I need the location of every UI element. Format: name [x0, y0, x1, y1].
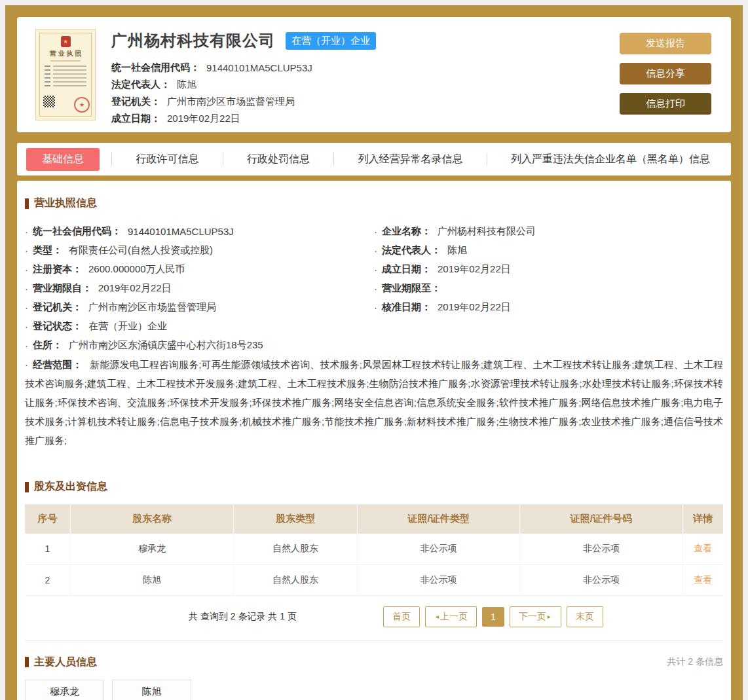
shareholders-section-title: 股东及出资信息	[25, 480, 723, 494]
first-page-button[interactable]: 首页	[383, 606, 420, 627]
key-people-count: 共计 2 条信息	[667, 656, 723, 668]
table-row: 2 陈旭 自然人股东 非公示项 非公示项 查看	[25, 564, 723, 595]
people-cards: 穆承龙 监事 陈旭 执行董事兼总...	[25, 680, 723, 700]
header-field-credit-code: 统一社会信用代码： 91440101MA5CLUP53J	[111, 59, 376, 76]
header-field-registry: 登记机关： 广州市南沙区市场监督管理局	[111, 93, 376, 110]
business-license-image: ★ 营 业 执 照 ★	[35, 29, 96, 120]
license-section-title: 营业执照信息	[25, 196, 723, 210]
next-page-button[interactable]: 下一页 ▸	[510, 606, 561, 627]
current-page-number: 1	[482, 607, 504, 627]
tab-administrative-license[interactable]: 行政许可信息	[124, 148, 211, 171]
last-page-button[interactable]: 末页	[567, 606, 603, 627]
field-address: ·住所：广州市南沙区东涌镇庆盛中心村六街18号235	[25, 336, 723, 355]
section-title-bar	[25, 657, 29, 667]
share-info-button[interactable]: 信息分享	[620, 63, 711, 84]
pagination-buttons: 首页 ◂ 上一页 1 下一页 ▸ 末页	[381, 606, 606, 627]
print-info-button[interactable]: 信息打印	[620, 93, 711, 115]
main-content-panel: 营业执照信息 ·统一社会信用代码：91440101MA5CLUP53J ·企业名…	[17, 181, 731, 700]
shareholders-section: 股东及出资信息 序号 股东名称 股东类型 证照/证件类型 证照/证件号码 详情	[25, 480, 723, 641]
field-term-to: ·营业期限至：	[374, 279, 723, 298]
red-seal-icon: ★	[74, 97, 90, 113]
header-field-founded-date: 成立日期： 2019年02月22日	[111, 110, 376, 127]
tab-divider	[333, 153, 334, 166]
license-subtitle-line	[50, 60, 81, 62]
send-report-button[interactable]: 发送报告	[620, 33, 711, 54]
prev-page-button[interactable]: ◂ 上一页	[425, 606, 477, 627]
shareholders-table: 序号 股东名称 股东类型 证照/证件类型 证照/证件号码 详情 1 穆承龙 自然…	[25, 504, 723, 596]
field-approval-date: ·核准日期：2019年02月22日	[374, 298, 723, 317]
next-arrow-icon: ▸	[548, 613, 551, 620]
license-title: 营 业 执 照	[50, 49, 81, 58]
business-license-inner: ★ 营 业 执 照 ★	[39, 33, 92, 117]
status-badge: 在营（开业）企业	[286, 32, 376, 50]
prev-arrow-icon: ◂	[436, 613, 439, 620]
section-divider	[25, 640, 723, 641]
field-registration-status: ·登记状态：在营（开业）企业	[25, 317, 723, 336]
tab-blacklist[interactable]: 列入严重违法失信企业名单（黑名单）信息	[499, 148, 722, 171]
field-founded-date: ·成立日期：2019年02月22日	[374, 260, 723, 279]
tab-divider	[223, 153, 223, 166]
license-fields-grid: ·统一社会信用代码：91440101MA5CLUP53J ·企业名称：广州杨村科…	[25, 222, 723, 355]
table-row: 1 穆承龙 自然人股东 非公示项 非公示项 查看	[25, 534, 723, 564]
company-summary: 广州杨村科技有限公司 在营（开业）企业 统一社会信用代码： 91440101MA…	[111, 24, 376, 126]
col-header-no: 序号	[25, 504, 70, 534]
key-people-section: 主要人员信息 共计 2 条信息 穆承龙 监事 陈旭 执行董事兼总...	[25, 655, 723, 700]
person-name: 陈旭	[113, 686, 191, 698]
company-name: 广州杨村科技有限公司	[111, 30, 275, 51]
section-title-bar	[25, 198, 29, 209]
tab-bar: 基础信息 行政许可信息 行政处罚信息 列入经营异常名录信息 列入严重违法失信企业…	[17, 143, 731, 175]
field-company-type: ·类型：有限责任公司(自然人投资或控股)	[25, 241, 374, 260]
section-title-bar	[25, 482, 29, 492]
person-name: 穆承龙	[26, 686, 103, 698]
page-gold-background: ★ 营 业 执 照 ★ 广州杨村科技有限公司 在营（开业）企业	[5, 5, 743, 700]
view-detail-link[interactable]: 查看	[694, 543, 712, 553]
company-header-card: ★ 营 业 执 照 ★ 广州杨村科技有限公司 在营（开业）企业	[17, 17, 731, 132]
col-header-cert-type: 证照/证件类型	[357, 504, 519, 534]
business-scope-text: 新能源发电工程咨询服务;可再生能源领域技术咨询、技术服务;风景园林工程技术转让服…	[25, 359, 723, 446]
qr-code-icon	[43, 96, 55, 107]
header-field-legal-rep: 法定代表人： 陈旭	[111, 76, 376, 93]
table-header-row: 序号 股东名称 股东类型 证照/证件类型 证照/证件号码 详情	[25, 504, 723, 534]
tab-basic-info[interactable]: 基础信息	[26, 148, 100, 171]
field-legal-rep: ·法定代表人：陈旭	[374, 241, 723, 260]
key-people-section-title: 主要人员信息	[25, 655, 97, 669]
tab-administrative-penalty[interactable]: 行政处罚信息	[235, 148, 322, 171]
col-header-cert-no: 证照/证件号码	[520, 504, 683, 534]
field-term-from: ·营业期限自：2019年02月22日	[25, 279, 374, 298]
tab-divider	[111, 153, 112, 166]
tab-divider	[487, 153, 487, 166]
record-count-summary: 共 查询到 2 条记录 共 1 页	[189, 611, 297, 623]
field-registry-authority: ·登记机关：广州市南沙区市场监督管理局	[25, 298, 374, 317]
field-credit-code: ·统一社会信用代码：91440101MA5CLUP53J	[25, 222, 374, 241]
pagination: 共 查询到 2 条记录 共 1 页 首页 ◂ 上一页 1 下一页 ▸	[25, 606, 723, 627]
tab-abnormal-operations[interactable]: 列入经营异常名录信息	[346, 148, 475, 171]
col-header-detail: 详情	[683, 504, 723, 534]
field-company-name: ·企业名称：广州杨村科技有限公司	[374, 222, 723, 241]
field-business-scope: ·经营范围：新能源发电工程咨询服务;可再生能源领域技术咨询、技术服务;风景园林工…	[25, 355, 723, 450]
header-action-buttons: 发送报告 信息分享 信息打印	[620, 24, 711, 126]
field-registered-capital: ·注册资本：2600.000000万人民币	[25, 260, 374, 279]
national-emblem-icon: ★	[61, 36, 71, 47]
col-header-name: 股东名称	[70, 504, 233, 534]
license-text-lines	[40, 65, 91, 89]
person-card[interactable]: 穆承龙 监事	[25, 680, 104, 700]
col-header-type: 股东类型	[234, 504, 358, 534]
view-detail-link[interactable]: 查看	[694, 574, 712, 585]
person-card[interactable]: 陈旭 执行董事兼总...	[112, 680, 191, 700]
